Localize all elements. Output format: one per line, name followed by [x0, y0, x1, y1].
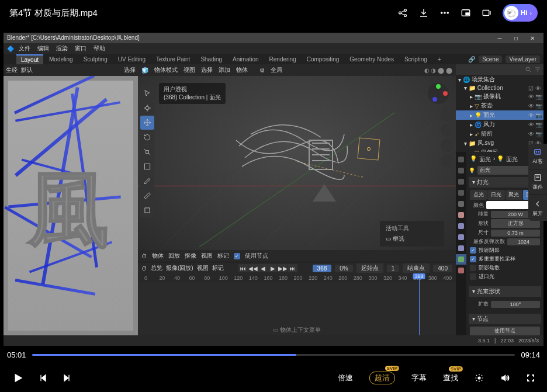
search-button[interactable]: 查找 SVIP [443, 373, 458, 383]
tool-cursor[interactable] [140, 101, 154, 115]
minimize-button[interactable]: ─ [492, 34, 507, 42]
next-key[interactable]: ▶▶ [278, 264, 288, 272]
quality-button[interactable]: 超清 SVIP [369, 372, 395, 384]
viewlayer-selector[interactable]: ViewLayer [506, 55, 540, 63]
timeline-ruler[interactable]: 0 20 40 60 80 100 120 140 160 180 200 22… [138, 274, 456, 283]
pan-icon[interactable] [441, 124, 453, 137]
settings-icon[interactable] [475, 373, 484, 383]
camera-gizmo[interactable] [313, 184, 336, 202]
speed-button[interactable]: 倍速 [338, 373, 353, 383]
tab-sculpting[interactable]: Sculpting [79, 55, 112, 64]
render-preview[interactable]: 風 [4, 76, 138, 335]
prop-tab-output[interactable] [456, 165, 466, 176]
tool-annotate[interactable] [140, 174, 154, 188]
tool-select[interactable] [140, 86, 154, 100]
tab-modeling[interactable]: Modeling [44, 55, 78, 64]
menu-help[interactable]: 帮助 [91, 44, 108, 53]
pip-icon[interactable] [461, 8, 471, 18]
prop-tab-physics[interactable] [456, 232, 466, 242]
nav-gizmo[interactable] [427, 82, 450, 105]
portal-check[interactable]: ✓ [470, 273, 476, 280]
viewport-3d[interactable]: 用户透视 (368) Collection | 面光 [138, 76, 456, 250]
close-button[interactable]: ✕ [525, 34, 540, 42]
menu-edit[interactable]: 编辑 [35, 44, 51, 53]
type-spot[interactable]: 聚光 [506, 190, 522, 200]
panel-nodes[interactable]: ▾ 节点 [469, 314, 541, 324]
outliner-empty[interactable]: ▸ ➹ 箭所👁📷 [456, 129, 543, 138]
tab-compositing[interactable]: Compositing [302, 55, 344, 64]
persp-icon[interactable] [441, 154, 453, 167]
outliner-root[interactable]: ▾ 🌐 场景集合 [456, 75, 543, 84]
progress-bar[interactable] [32, 354, 515, 356]
tab-rendering[interactable]: Rendering [265, 55, 301, 64]
tool-scale[interactable] [140, 145, 154, 159]
spread-field[interactable]: 180° [491, 301, 540, 308]
more-icon[interactable] [439, 8, 450, 18]
prop-tab-world[interactable] [456, 199, 466, 209]
filter-icon[interactable] [534, 66, 541, 73]
jump-end[interactable]: ⏭ [288, 264, 297, 272]
type-sun[interactable]: 日光 [487, 190, 504, 200]
play-button[interactable] [12, 372, 25, 384]
tab-animation[interactable]: Animation [228, 55, 263, 64]
fullscreen-icon[interactable] [526, 373, 535, 383]
courseware-button[interactable]: 课件 [528, 169, 547, 195]
outliner-force[interactable]: ▸ 🌀 风力👁📷 [456, 120, 543, 129]
theater-icon[interactable] [482, 8, 492, 18]
prev-key[interactable]: ◀◀ [248, 264, 258, 272]
next-button[interactable] [62, 373, 71, 383]
current-frame[interactable]: 368 [313, 265, 332, 272]
volume-icon[interactable] [500, 373, 510, 383]
menu-file[interactable]: 文件 [16, 44, 33, 53]
outliner-collection[interactable]: ▾ 📁 Collection☑👁 [456, 84, 543, 92]
prop-tab-render[interactable] [456, 154, 466, 165]
prop-tab-object[interactable] [456, 210, 466, 220]
prop-tab-scene[interactable] [456, 188, 466, 198]
tab-geonodes[interactable]: Geometry Nodes [345, 55, 399, 64]
tab-shading[interactable]: Shading [196, 55, 227, 64]
prop-tab-view[interactable] [456, 176, 466, 187]
mode-selector[interactable]: 物体模式 [154, 66, 178, 74]
ai-button[interactable]: AI客 [528, 144, 547, 169]
tab-texture[interactable]: Texture Paint [151, 55, 195, 64]
prop-tab-material[interactable] [456, 265, 466, 276]
outliner-light[interactable]: ▸ 💡 面光👁📷 [456, 110, 543, 120]
tool-move[interactable] [140, 116, 154, 130]
tool-rotate[interactable] [140, 130, 154, 144]
playhead[interactable]: 368 [419, 274, 420, 283]
tab-scripting[interactable]: Scripting [400, 55, 432, 64]
zoom-icon[interactable] [441, 109, 453, 122]
menu-window[interactable]: 窗口 [72, 44, 89, 53]
expand-button[interactable]: 展开 [528, 195, 547, 221]
menu-render[interactable]: 渲染 [54, 44, 70, 53]
tool-measure[interactable] [140, 189, 154, 203]
hi-button[interactable]: 🐑 Hi › [503, 4, 538, 22]
prev-button[interactable] [39, 373, 48, 383]
share-icon[interactable] [397, 8, 408, 18]
camera-icon[interactable] [441, 139, 453, 152]
mis-check[interactable]: ✓ [470, 256, 476, 262]
maximize-button[interactable]: □ [508, 34, 524, 42]
tool-add[interactable] [140, 203, 154, 217]
tab-add[interactable]: + [433, 55, 446, 64]
tool-transform[interactable] [140, 159, 154, 174]
outliner-mesh[interactable]: ▸ ▽ 茶壶👁📷 [456, 101, 543, 110]
play[interactable]: ▶ [268, 264, 278, 272]
prop-tab-modifier[interactable] [456, 221, 466, 231]
use-nodes-button[interactable]: 使用节点 [470, 327, 540, 335]
outliner-camera[interactable]: ▸ 📷 摄像机👁📷 [456, 92, 543, 101]
play-rev[interactable]: ◀ [258, 264, 268, 272]
type-point[interactable]: 点光 [470, 190, 487, 200]
size-field[interactable]: 0.73 m [491, 230, 540, 237]
subtitle-button[interactable]: 字幕 [411, 373, 427, 383]
prop-tab-constraint[interactable] [456, 243, 466, 254]
scene-selector[interactable]: Scene [479, 55, 502, 63]
search-icon[interactable] [525, 66, 532, 73]
area-light-gizmo[interactable] [358, 138, 380, 161]
tab-uv[interactable]: UV Editing [113, 55, 150, 64]
download-icon[interactable] [418, 8, 429, 18]
tab-layout[interactable]: Layout [16, 54, 43, 64]
timeline-body[interactable]: ▭ 物体上下文菜单 [138, 283, 456, 335]
bounces-field[interactable]: 1024 [507, 238, 540, 245]
caustics-check[interactable]: ✓ [470, 265, 476, 271]
